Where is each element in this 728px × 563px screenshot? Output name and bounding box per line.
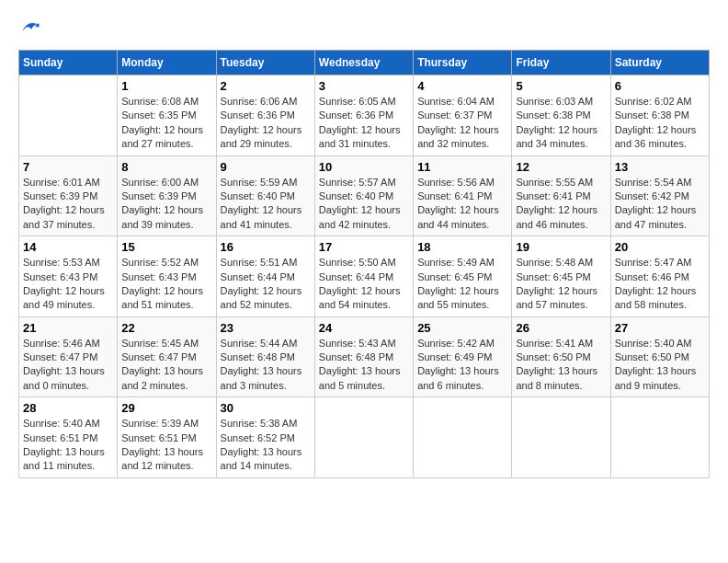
day-info: Sunrise: 5:40 AM Sunset: 6:51 PM Dayligh…: [23, 418, 105, 471]
day-info: Sunrise: 5:42 AM Sunset: 6:49 PM Dayligh…: [417, 338, 499, 391]
day-info: Sunrise: 5:57 AM Sunset: 6:40 PM Dayligh…: [319, 177, 401, 230]
day-info: Sunrise: 5:39 AM Sunset: 6:51 PM Dayligh…: [121, 418, 203, 471]
day-info: Sunrise: 5:48 AM Sunset: 6:45 PM Dayligh…: [516, 257, 597, 310]
calendar-cell: 12Sunrise: 5:55 AM Sunset: 6:41 PM Dayli…: [512, 155, 610, 236]
calendar-header: SundayMondayTuesdayWednesdayThursdayFrid…: [19, 51, 710, 75]
calendar-cell: 14Sunrise: 5:53 AM Sunset: 6:43 PM Dayli…: [19, 236, 118, 317]
day-number: 14: [23, 240, 113, 254]
day-info: Sunrise: 5:59 AM Sunset: 6:40 PM Dayligh…: [221, 177, 302, 230]
calendar-cell: 9Sunrise: 5:59 AM Sunset: 6:40 PM Daylig…: [216, 155, 314, 236]
day-number: 5: [516, 79, 606, 93]
page-container: SundayMondayTuesdayWednesdayThursdayFrid…: [0, 0, 728, 488]
day-info: Sunrise: 5:40 AM Sunset: 6:50 PM Dayligh…: [615, 338, 697, 391]
weekday-header-sunday: Sunday: [19, 51, 118, 75]
calendar-week-row: 1Sunrise: 6:08 AM Sunset: 6:35 PM Daylig…: [19, 75, 710, 156]
day-number: 7: [23, 160, 113, 174]
day-number: 22: [121, 321, 211, 335]
calendar-cell: 23Sunrise: 5:44 AM Sunset: 6:48 PM Dayli…: [216, 316, 314, 397]
weekday-header-wednesday: Wednesday: [314, 51, 413, 75]
day-info: Sunrise: 5:38 AM Sunset: 6:52 PM Dayligh…: [221, 418, 302, 471]
calendar-cell: 17Sunrise: 5:50 AM Sunset: 6:44 PM Dayli…: [314, 236, 413, 317]
day-number: 27: [615, 321, 705, 335]
day-info: Sunrise: 5:49 AM Sunset: 6:45 PM Dayligh…: [417, 257, 499, 310]
day-number: 4: [417, 79, 507, 93]
day-number: 11: [417, 160, 507, 174]
header: [18, 18, 710, 35]
calendar-body: 1Sunrise: 6:08 AM Sunset: 6:35 PM Daylig…: [19, 75, 710, 478]
calendar-week-row: 14Sunrise: 5:53 AM Sunset: 6:43 PM Dayli…: [19, 236, 710, 317]
day-number: 6: [615, 79, 705, 93]
day-info: Sunrise: 6:03 AM Sunset: 6:38 PM Dayligh…: [516, 96, 597, 149]
day-number: 9: [221, 160, 311, 174]
calendar-cell: 24Sunrise: 5:43 AM Sunset: 6:48 PM Dayli…: [314, 316, 413, 397]
day-info: Sunrise: 6:06 AM Sunset: 6:36 PM Dayligh…: [221, 96, 302, 149]
calendar-cell: [610, 397, 709, 478]
calendar-cell: 5Sunrise: 6:03 AM Sunset: 6:38 PM Daylig…: [512, 75, 610, 156]
weekday-header-row: SundayMondayTuesdayWednesdayThursdayFrid…: [19, 51, 710, 75]
day-number: 3: [319, 79, 409, 93]
day-info: Sunrise: 6:05 AM Sunset: 6:36 PM Dayligh…: [319, 96, 401, 149]
day-info: Sunrise: 5:47 AM Sunset: 6:46 PM Dayligh…: [615, 257, 697, 310]
logo: [18, 18, 40, 35]
calendar-cell: 27Sunrise: 5:40 AM Sunset: 6:50 PM Dayli…: [610, 316, 709, 397]
day-info: Sunrise: 5:55 AM Sunset: 6:41 PM Dayligh…: [516, 177, 597, 230]
day-number: 2: [221, 79, 311, 93]
day-info: Sunrise: 5:52 AM Sunset: 6:43 PM Dayligh…: [121, 257, 203, 310]
day-info: Sunrise: 5:56 AM Sunset: 6:41 PM Dayligh…: [417, 177, 499, 230]
calendar-cell: [314, 397, 413, 478]
calendar-cell: 26Sunrise: 5:41 AM Sunset: 6:50 PM Dayli…: [512, 316, 610, 397]
logo-top: [18, 18, 40, 35]
weekday-header-tuesday: Tuesday: [216, 51, 314, 75]
day-info: Sunrise: 6:01 AM Sunset: 6:39 PM Dayligh…: [23, 177, 105, 230]
calendar-cell: 2Sunrise: 6:06 AM Sunset: 6:36 PM Daylig…: [216, 75, 314, 156]
calendar-cell: 3Sunrise: 6:05 AM Sunset: 6:36 PM Daylig…: [314, 75, 413, 156]
day-info: Sunrise: 6:00 AM Sunset: 6:39 PM Dayligh…: [121, 177, 203, 230]
calendar-week-row: 21Sunrise: 5:46 AM Sunset: 6:47 PM Dayli…: [19, 316, 710, 397]
day-info: Sunrise: 5:54 AM Sunset: 6:42 PM Dayligh…: [615, 177, 697, 230]
calendar-cell: 28Sunrise: 5:40 AM Sunset: 6:51 PM Dayli…: [19, 397, 118, 478]
calendar-cell: 20Sunrise: 5:47 AM Sunset: 6:46 PM Dayli…: [610, 236, 709, 317]
calendar-cell: 15Sunrise: 5:52 AM Sunset: 6:43 PM Dayli…: [118, 236, 216, 317]
calendar-cell: 30Sunrise: 5:38 AM Sunset: 6:52 PM Dayli…: [216, 397, 314, 478]
calendar-cell: 19Sunrise: 5:48 AM Sunset: 6:45 PM Dayli…: [512, 236, 610, 317]
calendar-cell: 18Sunrise: 5:49 AM Sunset: 6:45 PM Dayli…: [414, 236, 512, 317]
calendar-cell: [414, 397, 512, 478]
calendar-cell: 11Sunrise: 5:56 AM Sunset: 6:41 PM Dayli…: [414, 155, 512, 236]
weekday-header-friday: Friday: [512, 51, 610, 75]
day-number: 25: [417, 321, 507, 335]
day-number: 10: [319, 160, 409, 174]
calendar-cell: 22Sunrise: 5:45 AM Sunset: 6:47 PM Dayli…: [118, 316, 216, 397]
day-number: 21: [23, 321, 113, 335]
day-info: Sunrise: 5:45 AM Sunset: 6:47 PM Dayligh…: [121, 338, 203, 391]
day-number: 8: [121, 160, 211, 174]
calendar-cell: 8Sunrise: 6:00 AM Sunset: 6:39 PM Daylig…: [118, 155, 216, 236]
day-number: 1: [121, 79, 211, 93]
calendar-cell: 6Sunrise: 6:02 AM Sunset: 6:38 PM Daylig…: [610, 75, 709, 156]
day-number: 15: [121, 240, 211, 254]
day-info: Sunrise: 5:53 AM Sunset: 6:43 PM Dayligh…: [23, 257, 105, 310]
weekday-header-thursday: Thursday: [414, 51, 512, 75]
weekday-header-saturday: Saturday: [610, 51, 709, 75]
day-info: Sunrise: 6:08 AM Sunset: 6:35 PM Dayligh…: [121, 96, 203, 149]
calendar-cell: 10Sunrise: 5:57 AM Sunset: 6:40 PM Dayli…: [314, 155, 413, 236]
day-info: Sunrise: 5:46 AM Sunset: 6:47 PM Dayligh…: [23, 338, 105, 391]
day-number: 16: [221, 240, 311, 254]
weekday-header-monday: Monday: [118, 51, 216, 75]
day-info: Sunrise: 6:02 AM Sunset: 6:38 PM Dayligh…: [615, 96, 697, 149]
calendar-week-row: 28Sunrise: 5:40 AM Sunset: 6:51 PM Dayli…: [19, 397, 710, 478]
day-number: 26: [516, 321, 606, 335]
calendar-cell: [512, 397, 610, 478]
day-number: 23: [221, 321, 311, 335]
calendar-cell: 13Sunrise: 5:54 AM Sunset: 6:42 PM Dayli…: [610, 155, 709, 236]
day-info: Sunrise: 5:44 AM Sunset: 6:48 PM Dayligh…: [221, 338, 302, 391]
calendar-cell: 4Sunrise: 6:04 AM Sunset: 6:37 PM Daylig…: [414, 75, 512, 156]
calendar-cell: 29Sunrise: 5:39 AM Sunset: 6:51 PM Dayli…: [118, 397, 216, 478]
day-number: 19: [516, 240, 606, 254]
calendar-table: SundayMondayTuesdayWednesdayThursdayFrid…: [18, 50, 710, 478]
logo-bird-icon: [20, 18, 40, 35]
day-info: Sunrise: 5:43 AM Sunset: 6:48 PM Dayligh…: [319, 338, 401, 391]
day-info: Sunrise: 6:04 AM Sunset: 6:37 PM Dayligh…: [417, 96, 499, 149]
day-number: 24: [319, 321, 409, 335]
calendar-cell: 25Sunrise: 5:42 AM Sunset: 6:49 PM Dayli…: [414, 316, 512, 397]
day-info: Sunrise: 5:41 AM Sunset: 6:50 PM Dayligh…: [516, 338, 597, 391]
